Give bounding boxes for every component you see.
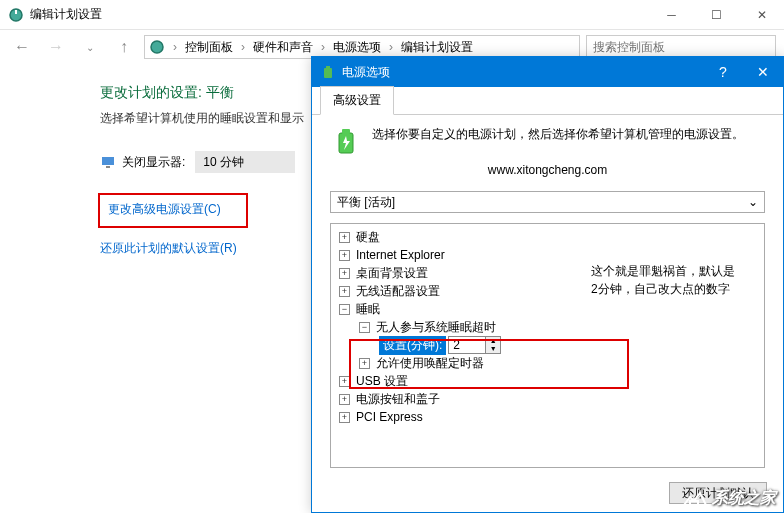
spinner-up-button[interactable]: ▲ bbox=[486, 337, 500, 345]
spinner-down-button[interactable]: ▼ bbox=[486, 345, 500, 353]
breadcrumb-item[interactable]: 硬件和声音 bbox=[251, 39, 315, 56]
advanced-settings-link[interactable]: 更改高级电源设置(C) bbox=[108, 202, 221, 216]
svg-rect-5 bbox=[324, 68, 332, 78]
close-button[interactable]: ✕ bbox=[739, 0, 784, 30]
tree-item-setting-value[interactable]: 设置(分钟): ▲ ▼ bbox=[333, 336, 762, 354]
tree-item-unattended-sleep[interactable]: −无人参与系统睡眠超时 bbox=[333, 318, 762, 336]
breadcrumb-item[interactable]: 电源选项 bbox=[331, 39, 383, 56]
monitor-icon bbox=[100, 154, 116, 170]
minimize-button[interactable]: ─ bbox=[649, 0, 694, 30]
minutes-spinner[interactable]: ▲ ▼ bbox=[448, 336, 501, 354]
up-button[interactable]: ↑ bbox=[110, 33, 138, 61]
chevron-right-icon: › bbox=[385, 40, 397, 54]
tree-item-hdd[interactable]: +硬盘 bbox=[333, 228, 762, 246]
tree-item-usb[interactable]: +USB 设置 bbox=[333, 372, 762, 390]
collapse-icon[interactable]: − bbox=[339, 304, 350, 315]
expand-icon[interactable]: + bbox=[339, 250, 350, 261]
chevron-down-icon: ⌄ bbox=[748, 195, 758, 209]
chevron-right-icon: › bbox=[237, 40, 249, 54]
minutes-input[interactable] bbox=[449, 338, 485, 352]
tab-advanced-settings[interactable]: 高级设置 bbox=[320, 86, 394, 115]
forward-button[interactable]: → bbox=[42, 33, 70, 61]
dialog-body: 选择你要自定义的电源计划，然后选择你希望计算机管理的电源设置。 www.xito… bbox=[312, 115, 783, 478]
expand-icon[interactable]: + bbox=[339, 394, 350, 405]
expand-icon[interactable]: + bbox=[339, 232, 350, 243]
window-title: 编辑计划设置 bbox=[30, 6, 649, 23]
breadcrumb-item[interactable]: 控制面板 bbox=[183, 39, 235, 56]
setting-minutes-label: 设置(分钟): bbox=[379, 336, 446, 355]
window-controls: ─ ☐ ✕ bbox=[649, 0, 784, 30]
svg-rect-6 bbox=[326, 66, 330, 69]
annotation-text: 这个就是罪魁祸首，默认是 2分钟，自己改大点的数字 bbox=[591, 262, 756, 298]
window-titlebar: 编辑计划设置 ─ ☐ ✕ bbox=[0, 0, 784, 30]
help-button[interactable]: ? bbox=[703, 64, 743, 80]
breadcrumb-item[interactable]: 编辑计划设置 bbox=[399, 39, 475, 56]
svg-rect-3 bbox=[102, 157, 114, 165]
highlight-box: 更改高级电源设置(C) bbox=[98, 193, 248, 228]
plan-select-value: 平衡 [活动] bbox=[337, 194, 395, 211]
dialog-description: 选择你要自定义的电源计划，然后选择你希望计算机管理的电源设置。 bbox=[372, 125, 744, 143]
watermark-logo-icon bbox=[680, 487, 708, 509]
dialog-title: 电源选项 bbox=[342, 64, 703, 81]
dialog-titlebar: 电源选项 ? ✕ bbox=[312, 57, 783, 87]
watermark: 系统之家 bbox=[680, 487, 776, 509]
url-text: www.xitongcheng.com bbox=[330, 163, 765, 177]
settings-tree[interactable]: +硬盘 +Internet Explorer +桌面背景设置 +无线适配器设置 … bbox=[330, 223, 765, 468]
power-options-dialog: 电源选项 ? ✕ 高级设置 选择你要自定义的电源计划，然后选择你希望计算机管理的… bbox=[311, 56, 784, 513]
svg-rect-1 bbox=[15, 10, 17, 14]
tree-item-power-buttons[interactable]: +电源按钮和盖子 bbox=[333, 390, 762, 408]
tree-item-pci[interactable]: +PCI Express bbox=[333, 408, 762, 426]
history-dropdown[interactable]: ⌄ bbox=[76, 33, 104, 61]
svg-rect-4 bbox=[106, 166, 110, 168]
expand-icon[interactable]: + bbox=[339, 268, 350, 279]
dialog-close-button[interactable]: ✕ bbox=[743, 64, 783, 80]
battery-small-icon bbox=[320, 64, 336, 80]
tree-item-sleep[interactable]: −睡眠 bbox=[333, 300, 762, 318]
tree-item-wake-timers[interactable]: +允许使用唤醒定时器 bbox=[333, 354, 762, 372]
maximize-button[interactable]: ☐ bbox=[694, 0, 739, 30]
collapse-icon[interactable]: − bbox=[359, 322, 370, 333]
chevron-right-icon: › bbox=[317, 40, 329, 54]
expand-icon[interactable]: + bbox=[359, 358, 370, 369]
expand-icon[interactable]: + bbox=[339, 376, 350, 387]
expand-icon[interactable]: + bbox=[339, 412, 350, 423]
power-icon bbox=[149, 39, 165, 55]
svg-point-2 bbox=[151, 41, 163, 53]
power-plan-icon bbox=[8, 7, 24, 23]
chevron-right-icon: › bbox=[169, 40, 181, 54]
display-off-label: 关闭显示器: bbox=[122, 154, 185, 171]
battery-icon bbox=[330, 125, 362, 157]
display-off-dropdown[interactable]: 10 分钟 bbox=[195, 151, 295, 173]
plan-select[interactable]: 平衡 [活动] ⌄ bbox=[330, 191, 765, 213]
back-button[interactable]: ← bbox=[8, 33, 36, 61]
svg-rect-8 bbox=[342, 129, 350, 134]
expand-icon[interactable]: + bbox=[339, 286, 350, 297]
restore-defaults-link[interactable]: 还原此计划的默认设置(R) bbox=[100, 241, 237, 255]
tab-row: 高级设置 bbox=[312, 87, 783, 115]
